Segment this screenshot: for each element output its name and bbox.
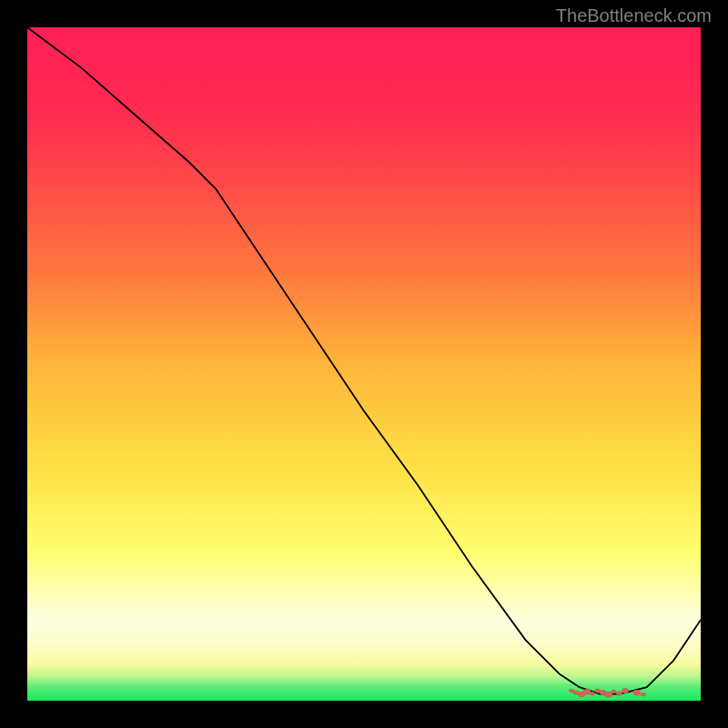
valley-marker [632,690,641,695]
chart-container: TheBottleneck.com [0,0,728,728]
valley-marker [604,692,612,697]
valley-marker [612,690,617,693]
bottleneck-curve [27,27,701,694]
watermark-text: TheBottleneck.com [556,5,712,26]
valley-marker [622,688,629,693]
valley-marker [616,692,622,696]
chart-overlay-svg [27,27,701,701]
valley-marker [641,693,646,696]
valley-marker [590,692,595,695]
plot-area [27,27,701,701]
